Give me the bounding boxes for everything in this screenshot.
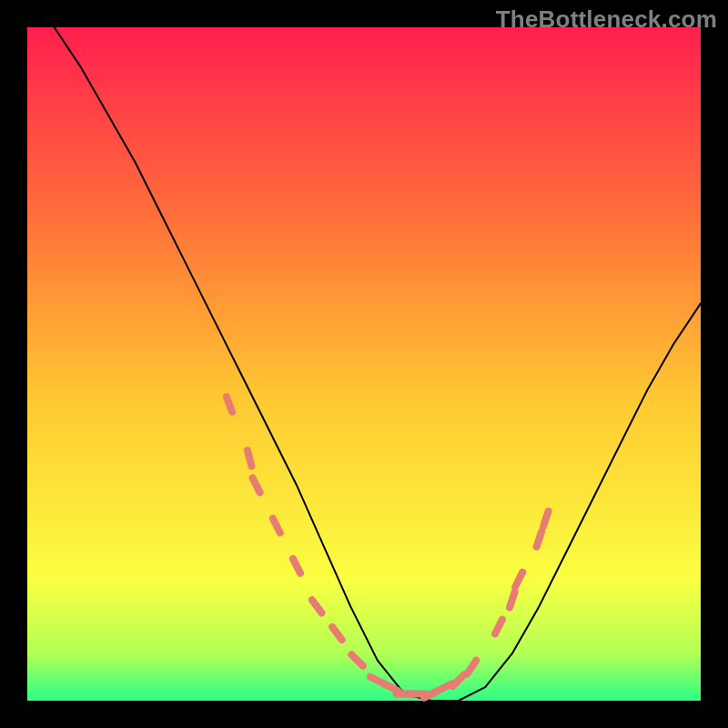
curve-marker — [452, 675, 464, 687]
curve-marker — [495, 620, 502, 634]
chart-svg — [27, 27, 701, 701]
chart-plot-area — [27, 27, 701, 701]
curve-marker — [248, 450, 251, 466]
bottleneck-curve — [27, 0, 701, 701]
curve-marker — [227, 397, 232, 412]
curve-marker — [543, 511, 549, 527]
curve-marker — [515, 572, 522, 587]
curve-marker — [312, 600, 322, 612]
curve-marker — [510, 592, 515, 608]
curve-marker — [273, 519, 280, 533]
curve-marker — [253, 478, 260, 492]
curve-marker — [332, 627, 342, 640]
curve-marker — [468, 661, 477, 674]
curve-marker — [293, 559, 300, 573]
curve-marker — [351, 654, 363, 666]
curve-marker — [537, 531, 542, 547]
